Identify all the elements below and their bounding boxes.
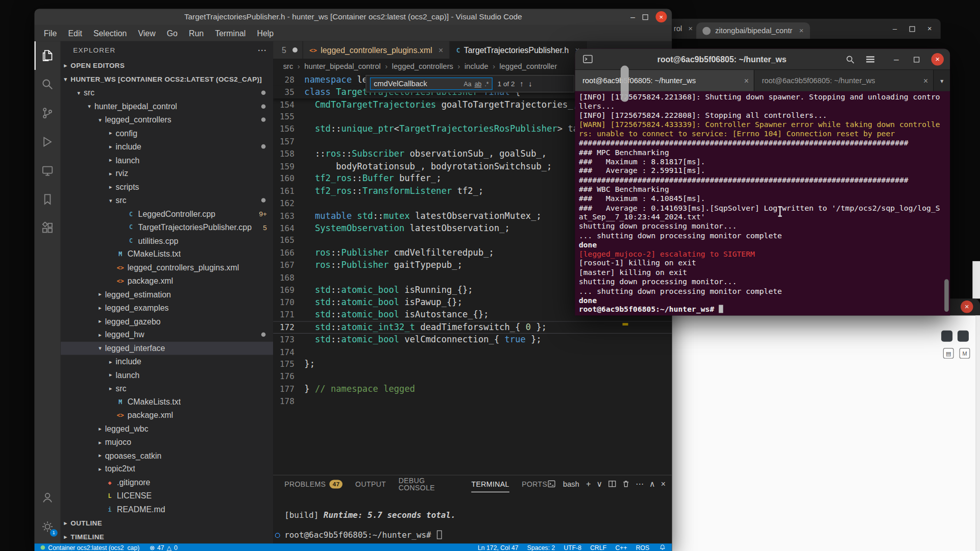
remote-indicator[interactable]: Container ocs2:latest (ocs2_cap) (41, 544, 140, 550)
tree-folder-launch[interactable]: ▸launch (61, 368, 273, 382)
menu-go[interactable]: Go (161, 29, 183, 38)
vscode-titlebar[interactable]: TargetTrajectoriesPublisher.h - hunter_w… (34, 9, 672, 25)
remote-explorer-icon[interactable] (34, 156, 60, 185)
tree-folder-legged-wbc[interactable]: ▸legged_wbc (61, 422, 273, 435)
terminal-titlebar[interactable]: root@6ac9b5f06805: ~/hunter_ws – × (575, 49, 950, 70)
breadcrumb-legged-controller[interactable]: legged_controller (500, 62, 557, 70)
menu-view[interactable]: View (132, 29, 161, 38)
close-button[interactable]: × (927, 24, 932, 33)
page-icon-2[interactable] (958, 331, 969, 342)
outline-section[interactable]: ▸ OUTLINE (61, 516, 273, 530)
tree-folder-hunter-bipedal-control[interactable]: ▾hunter_bipedal_control (61, 99, 273, 113)
tree-file-leggedcontroller-cpp[interactable]: CLeggedController.cpp9+ (61, 207, 273, 220)
panel-tab-output[interactable]: OUTPUT (355, 475, 386, 492)
terminal-tab-1[interactable]: root@6ac9b5f06805: ~/hunter_ws× (575, 70, 754, 91)
hamburger-menu-icon[interactable] (864, 53, 876, 65)
maximize-button[interactable] (910, 26, 915, 32)
terminal-scrollbar[interactable] (944, 279, 949, 312)
scrollbar[interactable] (975, 315, 980, 551)
tree-folder-legged-gazebo[interactable]: ▸legged_gazebo (61, 315, 273, 328)
panel-tab-terminal[interactable]: TERMINAL (472, 475, 509, 492)
settings-icon[interactable]: 1 (34, 512, 60, 541)
close-button[interactable]: × (655, 11, 667, 22)
find-toggle-aa[interactable]: Aa (464, 80, 472, 87)
tree-file-gitignore[interactable]: ◆.gitignore (61, 475, 273, 489)
tree-file-license[interactable]: LLICENSE (61, 489, 273, 503)
tab-dropdown-icon[interactable]: ▾ (934, 70, 950, 91)
panel-tab-ports[interactable]: PORTS (522, 475, 547, 492)
chevron-down-icon[interactable]: ∨ (597, 480, 603, 488)
menu-selection[interactable]: Selection (88, 29, 133, 38)
editor-tab-targettrajectoriespublisher-h[interactable]: CTargetTrajectoriesPublisher.h× (450, 41, 587, 59)
trash-icon[interactable] (622, 480, 630, 488)
tree-file-package-xml[interactable]: <>package.xml (61, 409, 273, 422)
search-icon[interactable] (844, 53, 856, 65)
tree-folder-legged-estimation[interactable]: ▸legged_estimation (61, 288, 273, 301)
page-icon-1[interactable] (941, 331, 952, 342)
tree-file-cmakelists-txt[interactable]: MCMakeLists.txt (61, 395, 273, 408)
tree-folder-src[interactable]: ▾src (61, 86, 273, 99)
new-terminal-icon[interactable]: + (586, 480, 591, 488)
tree-folder-src[interactable]: ▾src (61, 194, 273, 207)
editor-tab-legged-controllers-plugins-xml[interactable]: <>legged_controllers_plugins.xml× (303, 41, 450, 59)
find-next-icon[interactable]: ↓ (528, 80, 532, 88)
workspace-section[interactable]: ▾ HUNTER_WS [CONTAINER OCS2:LATEST (OCS2… (61, 72, 273, 86)
tree-folder-config[interactable]: ▸config (61, 127, 273, 140)
explorer-icon[interactable] (34, 41, 60, 70)
status-crlf[interactable]: CRLF (590, 544, 606, 550)
editor-tab-5[interactable]: 5 (273, 41, 303, 59)
shell-name[interactable]: bash (563, 480, 579, 488)
menu-run[interactable]: Run (183, 29, 209, 38)
tree-folder-include[interactable]: ▸include (61, 140, 273, 153)
panel-tab-debug-console[interactable]: DEBUG CONSOLE (399, 475, 459, 492)
tree-folder-topic2txt[interactable]: ▸topic2txt (61, 462, 273, 475)
close-tab-icon[interactable]: × (744, 76, 749, 85)
open-editors-section[interactable]: ▸ OPEN EDITORS (61, 59, 273, 72)
run-debug-icon[interactable] (34, 128, 60, 156)
status-spaces-2[interactable]: Spaces: 2 (527, 544, 555, 550)
close-tab-icon[interactable]: × (689, 24, 693, 33)
maximize-panel-icon[interactable]: ∧ (649, 480, 655, 488)
tree-file-cmakelists-txt[interactable]: MCMakeLists.txt (61, 247, 273, 261)
tree-folder-legged-controllers[interactable]: ▾legged_controllers (61, 113, 273, 127)
tree-folder-src[interactable]: ▸src (61, 382, 273, 395)
problems-status[interactable]: ⊗ 47 △ 0 (150, 544, 178, 550)
browser-tab-partial[interactable]: rol (674, 24, 682, 33)
close-tab-icon[interactable]: × (438, 45, 443, 55)
page-icon-4[interactable]: M (960, 348, 970, 359)
split-terminal-icon[interactable] (608, 480, 616, 488)
more-icon[interactable]: ⋯ (635, 480, 644, 488)
bookmarks-icon[interactable] (34, 185, 60, 213)
terminal-app-icon[interactable] (582, 54, 593, 64)
menu-help[interactable]: Help (251, 29, 279, 38)
close-button[interactable]: × (931, 53, 943, 65)
find-input[interactable]: cmdVelCallback Aaab.* (370, 78, 493, 90)
tree-file-targettrajectoriespublisher-cpp[interactable]: CTargetTrajectoriesPublisher.cpp5 (61, 220, 273, 234)
status-c++[interactable]: C++ (615, 544, 627, 550)
minimize-button[interactable]: – (893, 24, 897, 33)
maximize-button[interactable] (643, 14, 648, 20)
search-icon[interactable] (34, 70, 60, 98)
tree-file-legged-controllers-plugins-xml[interactable]: <>legged_controllers_plugins.xml (61, 261, 273, 274)
breadcrumb-legged-controllers[interactable]: legged_controllers (392, 62, 453, 70)
more-actions-icon[interactable]: ⋯ (257, 45, 266, 55)
close-panel-icon[interactable]: × (661, 480, 666, 488)
status-utf-8[interactable]: UTF-8 (564, 544, 581, 550)
find-toggle-ab[interactable]: ab (475, 80, 482, 87)
tree-folder-include[interactable]: ▸include (61, 355, 273, 368)
tree-folder-scripts[interactable]: ▸scripts (61, 180, 273, 193)
tree-folder-launch[interactable]: ▸launch (61, 154, 273, 167)
breadcrumb-include[interactable]: include (464, 62, 488, 70)
breadcrumb-src[interactable]: src (283, 62, 293, 70)
source-control-icon[interactable] (34, 98, 60, 127)
tree-folder-qpoases-catkin[interactable]: ▸qpoases_catkin (61, 449, 273, 462)
find-toggle-[interactable]: .* (484, 80, 488, 87)
timeline-section[interactable]: ▸ TIMELINE (61, 530, 273, 543)
terminal-body[interactable]: [INFO] [1725675824.221368]: Shutting dow… (575, 91, 950, 316)
tree-file-utilities-cpp[interactable]: Cutilities.cpp (61, 234, 273, 247)
minimize-button[interactable]: – (630, 12, 635, 21)
tree-folder-legged-hw[interactable]: ▸legged_hw (61, 328, 273, 341)
extensions-icon[interactable] (34, 214, 60, 242)
close-button[interactable]: × (961, 300, 973, 313)
minimize-button[interactable]: – (890, 53, 902, 65)
